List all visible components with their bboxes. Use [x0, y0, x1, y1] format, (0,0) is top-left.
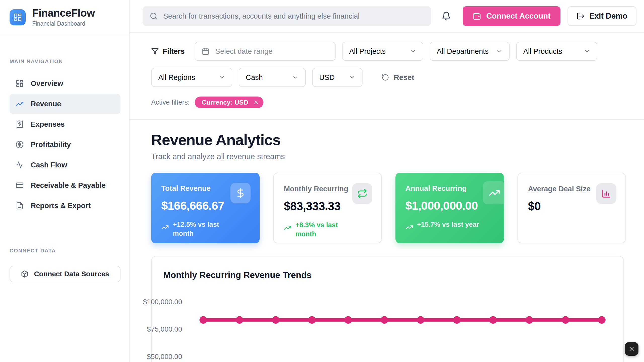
currency-select-value: USD — [319, 73, 335, 82]
metric-trend: +15.7% vs last year — [406, 220, 494, 231]
departments-select[interactable]: All Departments — [430, 42, 510, 61]
projects-select-value: All Projects — [349, 47, 386, 56]
metric-card-monthly-recurring: Monthly Recurring $83,333.33 +8.3% vs la… — [273, 173, 382, 243]
metric-trend-text: +15.7% vs last year — [417, 220, 479, 229]
svg-text:$50,000.00: $50,000.00 — [147, 353, 182, 360]
connect-account-button[interactable]: Connect Account — [463, 6, 560, 26]
chevron-down-icon — [349, 74, 355, 81]
trending-up-icon — [284, 224, 291, 232]
content-area: Filters All Projects All Departments All… — [130, 33, 644, 362]
receipt-icon — [16, 120, 24, 128]
sidebar-item-cash-flow[interactable]: Cash Flow — [10, 155, 120, 175]
date-range-field[interactable] — [215, 47, 329, 56]
metric-card-average-deal-size: Average Deal Size $0 — [517, 173, 626, 243]
notifications-button[interactable] — [441, 11, 451, 21]
trending-up-icon — [483, 181, 504, 204]
active-filters-row: Active filters: Currency: USD — [151, 97, 636, 108]
sidebar: FinanceFlow Financial Dashboard MAIN NAV… — [0, 0, 130, 362]
metric-trend: +12.5% vs last month — [161, 220, 250, 238]
date-range-input[interactable] — [195, 42, 336, 61]
metric-trend-text: +12.5% vs last month — [173, 220, 237, 238]
projects-select[interactable]: All Projects — [342, 42, 423, 61]
page-header: Revenue Analytics Track and analyze all … — [130, 120, 644, 161]
layout-grid-icon — [16, 79, 24, 87]
global-search[interactable] — [143, 6, 431, 26]
reset-filters-button[interactable]: Reset — [382, 73, 414, 82]
regions-select-value: All Regions — [158, 73, 195, 82]
sidebar-item-label: Profitability — [31, 141, 71, 149]
logout-icon — [577, 12, 585, 20]
sidebar-item-receivable-payable[interactable]: Receivable & Payable — [10, 175, 120, 195]
svg-text:$75,000.00: $75,000.00 — [147, 325, 182, 333]
credit-card-icon — [16, 181, 24, 189]
metric-trend-text: +8.3% vs last month — [295, 220, 359, 239]
mrr-trends-chart-card: Monthly Recurring Revenue Trends $100,00… — [151, 256, 624, 362]
nav-list: Overview Revenue Expenses Profitability … — [10, 73, 120, 216]
accounting-method-select[interactable]: Cash — [239, 68, 306, 87]
sidebar-item-reports-export[interactable]: Reports & Export — [10, 196, 120, 216]
products-select-value: All Products — [523, 47, 562, 56]
metric-value: $1,000,000.00 — [406, 199, 494, 212]
brand-header: FinanceFlow Financial Dashboard — [0, 0, 129, 36]
bell-icon — [441, 11, 451, 21]
sidebar-item-label: Receivable & Payable — [31, 181, 106, 190]
active-filter-chip-currency[interactable]: Currency: USD — [195, 97, 263, 108]
sidebar-item-label: Reports & Export — [31, 202, 91, 210]
main-area: Connect Account Exit Demo Filters All Pr… — [130, 0, 644, 362]
close-widget-button[interactable] — [625, 342, 638, 356]
accounting-method-value: Cash — [246, 73, 263, 82]
connect-account-label: Connect Account — [486, 12, 550, 21]
products-select[interactable]: All Products — [516, 42, 597, 61]
exit-demo-button[interactable]: Exit Demo — [568, 6, 636, 26]
chip-remove-icon[interactable] — [253, 100, 259, 105]
connect-data-section: CONNECT DATA Connect Data Sources — [0, 248, 129, 282]
file-text-icon — [16, 202, 24, 210]
connect-data-sources-label: Connect Data Sources — [34, 270, 109, 278]
currency-select[interactable]: USD — [312, 68, 363, 87]
page-title: Revenue Analytics — [151, 131, 644, 149]
active-filters-label: Active filters: — [151, 99, 190, 106]
chevron-down-icon — [410, 48, 416, 55]
sidebar-item-label: Revenue — [31, 100, 61, 108]
chevron-down-icon — [584, 48, 590, 55]
sidebar-item-label: Expenses — [31, 120, 65, 128]
filter-funnel-icon — [151, 48, 159, 55]
trending-up-icon — [16, 100, 24, 108]
trending-up-icon — [161, 223, 169, 231]
app-title: FinanceFlow — [32, 8, 95, 19]
metrics-grid: Total Revenue $166,666.67 +12.5% vs last… — [151, 173, 626, 243]
dollar-icon — [230, 183, 251, 203]
sidebar-item-label: Cash Flow — [31, 161, 67, 169]
sidebar-item-revenue[interactable]: Revenue — [10, 94, 120, 114]
metric-card-annual-recurring: Annual Recurring $1,000,000.00 +15.7% vs… — [395, 173, 504, 243]
filters-label: Filters — [151, 47, 185, 56]
main-navigation-heading: MAIN NAVIGATION — [10, 58, 120, 64]
sidebar-item-expenses[interactable]: Expenses — [10, 114, 120, 134]
top-bar: Connect Account Exit Demo — [130, 0, 644, 33]
filters-row-2: All Regions Cash USD Reset — [151, 68, 636, 87]
reset-label: Reset — [394, 73, 414, 82]
search-input[interactable] — [163, 12, 424, 20]
svg-text:$100,000.00: $100,000.00 — [143, 298, 182, 306]
cube-icon — [21, 270, 28, 278]
wallet-icon — [473, 12, 481, 20]
connect-data-sources-button[interactable]: Connect Data Sources — [10, 266, 120, 282]
repeat-icon — [352, 183, 372, 204]
metric-label: Annual Recurring — [406, 184, 494, 193]
sidebar-item-label: Overview — [31, 79, 63, 88]
bar-chart-icon — [596, 183, 616, 204]
departments-select-value: All Departments — [437, 47, 489, 56]
filters-label-text: Filters — [163, 47, 185, 56]
main-navigation: MAIN NAVIGATION Overview Revenue Expense… — [0, 36, 129, 216]
close-icon — [628, 346, 635, 352]
chevron-down-icon — [219, 74, 225, 81]
exit-demo-label: Exit Demo — [589, 12, 627, 21]
regions-select[interactable]: All Regions — [151, 68, 232, 87]
dollar-circle-icon — [16, 141, 24, 149]
calendar-icon — [202, 48, 209, 55]
metric-card-total-revenue: Total Revenue $166,666.67 +12.5% vs last… — [151, 173, 260, 243]
chip-label: Currency: USD — [202, 99, 248, 106]
sidebar-item-overview[interactable]: Overview — [10, 73, 120, 94]
sidebar-item-profitability[interactable]: Profitability — [10, 134, 120, 155]
chevron-down-icon — [292, 74, 299, 81]
